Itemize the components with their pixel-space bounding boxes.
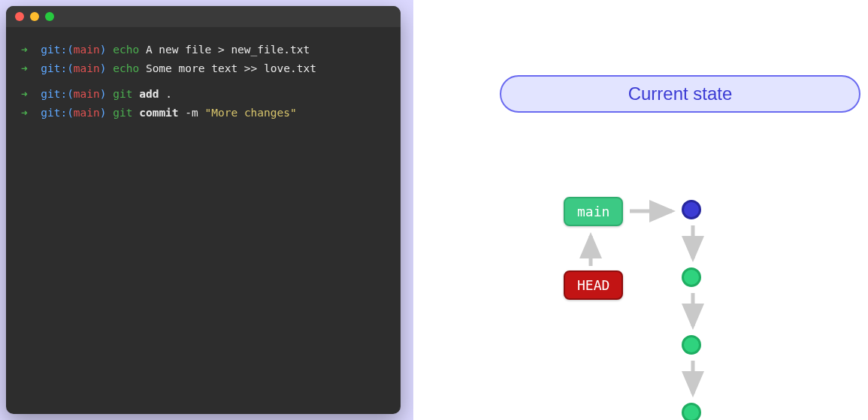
commit-node-3 — [682, 335, 701, 355]
terminal-line: ➜ git:(main) git add . — [21, 85, 386, 104]
head-tag: HEAD — [564, 270, 623, 300]
git-diagram: main HEAD — [413, 0, 868, 420]
terminal-body[interactable]: ➜ git:(main) echo A new file > new_file.… — [6, 27, 401, 136]
terminal-window: ➜ git:(main) echo A new file > new_file.… — [6, 6, 401, 414]
commit-node-2 — [682, 267, 701, 287]
terminal-line: ➜ git:(main) git commit -m "More changes… — [21, 104, 386, 122]
commit-node-4 — [682, 403, 701, 420]
close-icon[interactable] — [15, 12, 24, 21]
minimize-icon[interactable] — [30, 12, 39, 21]
maximize-icon[interactable] — [45, 12, 54, 21]
branch-tag-main: main — [564, 197, 623, 226]
terminal-line: ➜ git:(main) echo Some more text >> love… — [21, 59, 386, 78]
right-pane: Current state main HEAD — [413, 0, 868, 420]
terminal-line: ➜ git:(main) echo A new file > new_file.… — [21, 41, 386, 59]
diagram-arrows — [413, 0, 868, 420]
titlebar — [6, 6, 401, 27]
left-pane: ➜ git:(main) echo A new file > new_file.… — [0, 0, 413, 420]
commit-node-1 — [682, 200, 701, 219]
